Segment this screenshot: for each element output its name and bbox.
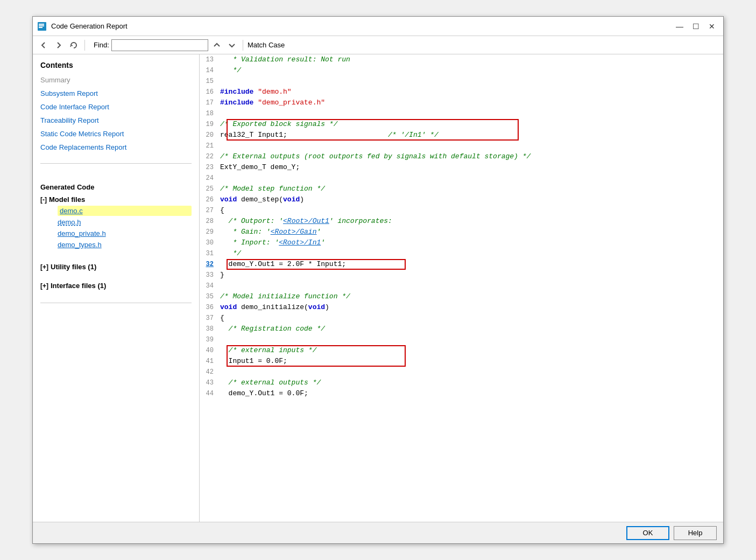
code-line-17: 17 #include "demo_private.h" — [200, 97, 723, 108]
find-input[interactable] — [111, 39, 208, 51]
static-metrics-report-link[interactable]: Static Code Metrics Report — [40, 130, 192, 138]
traceability-report-link[interactable]: Traceability Report — [40, 116, 192, 124]
line-code-40: /* external inputs */ — [220, 345, 723, 356]
title-bar: Code Generation Report — ☐ ✕ — [33, 17, 723, 36]
code-area[interactable]: 13 * Validation result: Not run 14 */ 15… — [200, 54, 723, 522]
line-code-23: ExtY_demo_T demo_Y; — [220, 162, 723, 173]
code-interface-report-link[interactable]: Code Interface Report — [40, 103, 192, 111]
line-num-32[interactable]: 32 — [200, 259, 220, 270]
app-icon — [37, 22, 47, 31]
line-num-30: 30 — [200, 237, 220, 248]
code-line-33: 33 } — [200, 270, 723, 281]
subsystem-report-link[interactable]: Subsystem Report — [40, 89, 192, 97]
minimize-button[interactable]: — — [673, 21, 687, 32]
line-code-13: * Validation result: Not run — [220, 54, 723, 65]
code-line-44: 44 demo_Y.Out1 = 0.0F; — [200, 388, 723, 399]
close-button[interactable]: ✕ — [705, 21, 719, 32]
sidebar-divider-1 — [40, 163, 192, 164]
demo-private-h-link[interactable]: demo_private.h — [58, 228, 192, 239]
line-code-34 — [220, 281, 723, 291]
match-case-label[interactable]: Match Case — [248, 41, 285, 49]
window-title: Code Generation Report — [51, 22, 673, 30]
line-code-35: /* Model initialize function */ — [220, 291, 723, 302]
line-num-17: 17 — [200, 97, 220, 108]
toolbar: Find: Match Case — [33, 36, 723, 54]
summary-link[interactable]: Summary — [40, 76, 192, 84]
help-button[interactable]: Help — [674, 526, 717, 540]
find-label: Find: — [94, 41, 109, 49]
line-num-29: 29 — [200, 227, 220, 237]
line-num-21: 21 — [200, 141, 220, 151]
back-button[interactable] — [37, 39, 50, 52]
line-code-14: */ — [220, 65, 723, 76]
svg-rect-3 — [39, 27, 43, 28]
demo-types-h-link[interactable]: demo_types.h — [58, 240, 192, 250]
line-num-36: 36 — [200, 302, 220, 313]
code-line-38: 38 /* Registration code */ — [200, 324, 723, 334]
code-line-21: 21 — [200, 141, 723, 151]
code-line-23: 23 ExtY_demo_T demo_Y; — [200, 162, 723, 173]
line-code-17: #include "demo_private.h" — [220, 97, 723, 108]
code-line-42: 42 — [200, 367, 723, 377]
maximize-button[interactable]: ☐ — [689, 21, 703, 32]
forward-button[interactable] — [52, 39, 65, 52]
utility-files-toggle[interactable]: [+] — [40, 263, 48, 271]
code-line-39: 39 — [200, 334, 723, 345]
svg-rect-1 — [39, 24, 44, 25]
toolbar-separator — [84, 40, 85, 51]
code-line-27: 27 { — [200, 205, 723, 216]
box-group-3: 40 /* external inputs */ 41 Input1 = 0.0… — [200, 345, 723, 367]
line-code-27: { — [220, 205, 723, 216]
line-num-43: 43 — [200, 377, 220, 388]
line-num-14: 14 — [200, 65, 220, 76]
code-line-35: 35 /* Model initialize function */ — [200, 291, 723, 302]
line-code-41: Input1 = 0.0F; — [220, 356, 723, 367]
model-files-label: Model files — [49, 195, 85, 204]
line-num-31: 31 — [200, 248, 220, 259]
line-num-41: 41 — [200, 356, 220, 367]
code-line-19: 19 /* Exported block signals */ — [200, 119, 723, 130]
line-code-31: */ — [220, 248, 723, 259]
line-num-22: 22 — [200, 151, 220, 162]
line-num-35: 35 — [200, 291, 220, 302]
code-line-13: 13 * Validation result: Not run — [200, 54, 723, 65]
line-code-20: real32_T Input1; /* '/In1' */ — [220, 130, 723, 141]
find-prev-button[interactable] — [210, 39, 223, 52]
line-num-20: 20 — [200, 130, 220, 141]
refresh-button[interactable] — [67, 39, 80, 52]
line-code-24 — [220, 173, 723, 184]
line-num-42: 42 — [200, 367, 220, 377]
interface-files-label: Interface files (1) — [51, 282, 106, 290]
line-num-44: 44 — [200, 388, 220, 399]
model-files-toggle[interactable]: [-] — [40, 196, 47, 204]
line-num-27: 27 — [200, 205, 220, 216]
code-content: 13 * Validation result: Not run 14 */ 15… — [200, 54, 723, 399]
utility-files-item: [+] Utility files (1) — [40, 263, 192, 271]
code-line-37: 37 { — [200, 313, 723, 324]
code-replacements-report-link[interactable]: Code Replacements Report — [40, 143, 192, 151]
line-code-38: /* Registration code */ — [220, 324, 723, 334]
ok-button[interactable]: OK — [626, 526, 669, 540]
line-code-28: /* Outport: '<Root>/Out1' incorporates: — [220, 216, 723, 227]
code-line-29: 29 * Gain: '<Root>/Gain' — [200, 227, 723, 237]
box-group-2: 32 demo_Y.Out1 = 2.0F * Input1; — [200, 259, 723, 270]
code-line-41: 41 Input1 = 0.0F; — [200, 356, 723, 367]
demo-c-link[interactable]: demo.c — [58, 206, 192, 216]
bottom-bar: OK Help — [33, 522, 723, 543]
line-code-39 — [220, 334, 723, 345]
line-num-23: 23 — [200, 162, 220, 173]
interface-files-toggle[interactable]: [+] — [40, 282, 48, 290]
line-code-29: * Gain: '<Root>/Gain' — [220, 227, 723, 237]
main-content: Contents Summary Subsystem Report Code I… — [33, 54, 723, 522]
code-line-28: 28 /* Outport: '<Root>/Out1' incorporate… — [200, 216, 723, 227]
code-line-24: 24 — [200, 173, 723, 184]
demo-h-link[interactable]: demo.h — [58, 217, 192, 227]
find-next-button[interactable] — [225, 39, 238, 52]
line-num-16: 16 — [200, 87, 220, 97]
line-code-25: /* Model step function */ — [220, 184, 723, 194]
sidebar-divider-2 — [40, 303, 192, 303]
generated-code-heading: Generated Code — [40, 183, 192, 191]
toolbar-separator-2 — [243, 40, 243, 51]
line-num-26: 26 — [200, 194, 220, 205]
line-code-44: demo_Y.Out1 = 0.0F; — [220, 388, 723, 399]
